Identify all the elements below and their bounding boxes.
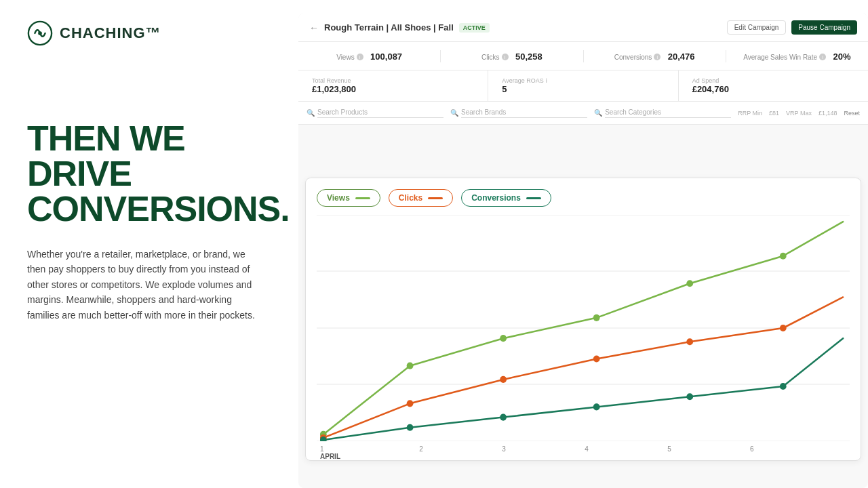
x-label-4: 4	[585, 445, 589, 460]
conv-point-2	[407, 424, 414, 431]
x-label-2: 2	[419, 445, 423, 460]
reset-button[interactable]: Reset	[844, 110, 861, 117]
header-buttons: Edit Campaign Pause Campaign	[727, 20, 857, 35]
revenue-value: £1,023,800	[312, 84, 474, 94]
win-rate-info-icon: i	[819, 54, 826, 60]
search-brands-box: 🔍 Search Brands	[450, 108, 587, 118]
headline: THEN WE DRIVE CONVERSIONS.	[27, 121, 258, 226]
status-badge: ACTIVE	[459, 23, 490, 33]
logo-icon	[27, 20, 53, 46]
x-label-1: 1 APRIL	[320, 445, 340, 460]
conversions-legend-label: Conversions	[471, 193, 521, 203]
campaign-title: Rough Terrain | All Shoes | Fall	[324, 22, 454, 33]
conversions-label: Conversions i	[614, 54, 661, 61]
stat-adspend: Ad Spend £204,760	[679, 70, 868, 101]
adspend-label: Ad Spend	[692, 77, 854, 84]
roas-info-icon: i	[546, 77, 547, 84]
adspend-value: £204,760	[692, 84, 854, 94]
x-tick-5: 5	[667, 445, 671, 453]
search-products-input[interactable]: Search Products	[317, 108, 443, 118]
win-rate-value: 20%	[833, 52, 850, 62]
headline-line2: CONVERSIONS.	[27, 191, 258, 226]
stat-revenue: Total Revenue £1,023,800	[298, 70, 488, 101]
dashboard: ← Rough Terrain | All Shoes | Fall ACTIV…	[298, 14, 868, 488]
x-label-3: 3	[502, 445, 506, 460]
rrp-min-value: £81	[769, 110, 779, 117]
conv-point-3	[500, 414, 507, 421]
dashboard-header: ← Rough Terrain | All Shoes | Fall ACTIV…	[298, 14, 868, 42]
rrp-min-label: RRP Min	[738, 110, 762, 117]
title-area: ← Rough Terrain | All Shoes | Fall ACTIV…	[309, 22, 490, 33]
views-point-3	[500, 335, 507, 342]
revenue-label: Total Revenue	[312, 77, 474, 84]
left-panel: CHACHING™ THEN WE DRIVE CONVERSIONS. Whe…	[0, 0, 285, 488]
clicks-legend-label: Clicks	[399, 193, 422, 203]
stat-conversions: Conversions i 20,476	[584, 50, 726, 62]
views-point-2	[407, 363, 414, 369]
logo: CHACHING™	[27, 20, 258, 46]
clicks-label: Clicks i	[481, 54, 509, 61]
stat-roas: Average ROAS i 5	[488, 70, 678, 101]
conversions-legend-line	[526, 197, 541, 199]
win-rate-label: Average Sales Win Rate i	[743, 54, 826, 61]
clicks-point-4	[593, 355, 600, 362]
stat-views: Views i 100,087	[298, 50, 441, 62]
x-month: APRIL	[320, 453, 340, 460]
legend-conversions-button[interactable]: Conversions	[461, 189, 551, 207]
x-tick-4: 4	[585, 445, 589, 453]
clicks-value: 50,258	[515, 52, 542, 62]
search-categories-icon: 🔍	[594, 109, 602, 117]
chart-legend: Views Clicks Conversions	[317, 189, 850, 207]
stat-clicks: Clicks i 50,258	[441, 50, 583, 62]
x-tick-3: 3	[502, 445, 506, 453]
views-point-5	[686, 280, 693, 287]
legend-views-button[interactable]: Views	[317, 189, 380, 207]
clicks-point-5	[686, 338, 693, 345]
clicks-legend-line	[428, 197, 443, 199]
legend-clicks-button[interactable]: Clicks	[389, 189, 453, 207]
subtext: Whether you're a retailer, marketplace, …	[27, 247, 258, 323]
right-panel: ← Rough Terrain | All Shoes | Fall ACTIV…	[298, 0, 868, 488]
search-brands-input[interactable]: Search Brands	[461, 108, 587, 118]
x-label-6: 6	[750, 445, 754, 460]
search-area: 🔍 Search Products 🔍 Search Brands 🔍 Sear…	[298, 102, 868, 125]
svg-point-1	[38, 31, 42, 35]
stat-win-rate: Average Sales Win Rate i 20%	[726, 50, 868, 62]
views-value: 100,087	[370, 52, 402, 62]
rrp-max-value: £1,148	[818, 110, 837, 117]
roas-value: 5	[502, 84, 664, 94]
conversions-info-icon: i	[654, 54, 660, 60]
search-categories-box: 🔍 Search Categories	[594, 108, 731, 118]
search-products-icon: 🔍	[307, 109, 315, 117]
search-categories-input[interactable]: Search Categories	[605, 108, 731, 118]
edit-campaign-button[interactable]: Edit Campaign	[727, 20, 787, 35]
roas-label: Average ROAS i	[502, 77, 664, 84]
conv-point-5	[686, 393, 693, 400]
views-legend-label: Views	[327, 193, 350, 203]
clicks-point-2	[407, 400, 414, 407]
x-axis: 1 APRIL 2 3 4 5 6	[317, 445, 850, 460]
search-brands-icon: 🔍	[450, 109, 458, 117]
clicks-point-6	[780, 325, 787, 331]
logo-text: CHACHING™	[60, 24, 161, 42]
chart-svg	[317, 215, 850, 441]
headline-line1: THEN WE DRIVE	[27, 121, 258, 191]
x-tick-1: 1	[320, 445, 340, 453]
views-info-icon: i	[357, 54, 363, 60]
views-legend-line	[355, 197, 370, 199]
back-arrow-icon[interactable]: ←	[309, 22, 319, 33]
chart-panel: Views Clicks Conversions	[305, 178, 861, 461]
pause-campaign-button[interactable]: Pause Campaign	[791, 20, 857, 35]
clicks-point-3	[500, 376, 507, 383]
search-products-box: 🔍 Search Products	[307, 108, 443, 118]
conversions-value: 20,476	[668, 52, 695, 62]
conv-point-4	[593, 403, 600, 410]
views-label: Views i	[336, 54, 363, 61]
clicks-info-icon: i	[502, 54, 509, 60]
stats-row-1: Views i 100,087 Clicks i 50,258 Conversi…	[298, 42, 868, 70]
rrp-max-label: VRP Max	[786, 110, 812, 117]
views-point-6	[780, 253, 787, 260]
views-point-4	[593, 314, 600, 321]
stats-row-2: Total Revenue £1,023,800 Average ROAS i …	[298, 70, 868, 102]
x-spacer	[833, 445, 846, 460]
